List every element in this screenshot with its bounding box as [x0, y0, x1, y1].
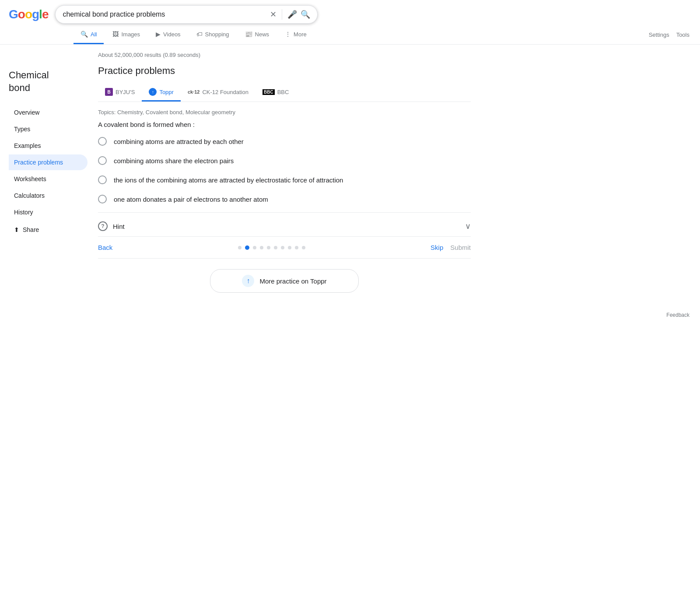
dot-6: [274, 246, 277, 249]
search-submit-icon[interactable]: 🔍: [301, 10, 310, 19]
answer-text-b: combining atoms share the electron pairs: [114, 157, 234, 165]
source-tab-toppr[interactable]: ↑ Toppr: [142, 84, 181, 102]
tab-all-label: All: [91, 31, 97, 38]
dot-5: [267, 246, 270, 249]
answer-text-d: one atom donates a pair of electrons to …: [114, 196, 268, 203]
more-practice-section: ↑ More practice on Toppr: [98, 269, 471, 293]
images-icon: 🖼: [112, 31, 119, 38]
hint-left: ? Hint: [98, 221, 125, 231]
bbc-icon: BBC: [262, 89, 275, 95]
hint-question-icon: ?: [98, 221, 108, 231]
tab-shopping-label: Shopping: [205, 31, 229, 38]
submit-button: Submit: [450, 244, 471, 251]
back-button[interactable]: Back: [98, 244, 112, 251]
videos-icon: ▶: [156, 31, 161, 38]
sidebar-item-practice-problems[interactable]: Practice problems: [9, 154, 88, 170]
more-dots-icon: ⋮: [285, 31, 291, 38]
sidebar-item-examples[interactable]: Examples: [9, 138, 88, 154]
tab-more-label: More: [294, 31, 307, 38]
answer-options: combining atoms are attracted by each ot…: [98, 135, 471, 205]
answer-text-c: the ions of the combining atoms are attr…: [114, 176, 343, 184]
sidebar-item-calculators[interactable]: Calculators: [9, 188, 88, 203]
tab-more[interactable]: ⋮ More: [278, 25, 314, 44]
results-count: About 52,000,000 results (0.89 seconds): [98, 52, 471, 58]
tab-all[interactable]: 🔍 All: [74, 25, 104, 44]
nav-tabs: 🔍 All 🖼 Images ▶ Videos 🏷 Shopping 📰 New…: [0, 25, 700, 45]
dot-4: [260, 246, 263, 249]
toppr-button-icon: ↑: [242, 275, 254, 287]
divider-above-hint: [98, 212, 471, 213]
section-title: Practice problems: [98, 65, 471, 77]
source-tab-bbc[interactable]: BBC BBC: [256, 84, 296, 101]
dot-9: [295, 246, 298, 249]
all-icon: 🔍: [80, 31, 88, 38]
answer-text-a: combining atoms are attracted by each ot…: [114, 138, 244, 145]
more-practice-button[interactable]: ↑ More practice on Toppr: [210, 269, 359, 293]
google-logo[interactable]: Google: [9, 7, 48, 21]
question-prompt: A covalent bond is formed when :: [98, 121, 471, 128]
source-tab-ck12[interactable]: ck·12 CK-12 Foundation: [181, 84, 256, 101]
news-icon: 📰: [245, 31, 252, 38]
toppr-icon: ↑: [149, 88, 157, 96]
hint-label: Hint: [113, 223, 125, 230]
tab-images-label: Images: [121, 31, 140, 38]
header: Google ✕ 🎤 🔍: [0, 0, 700, 24]
clear-icon[interactable]: ✕: [270, 10, 276, 19]
dot-3: [253, 246, 256, 249]
tab-shopping[interactable]: 🏷 Shopping: [189, 25, 236, 44]
search-bar[interactable]: ✕ 🎤 🔍: [55, 5, 318, 24]
search-input[interactable]: [63, 11, 266, 18]
sidebar-share[interactable]: ⬆ Share: [9, 222, 88, 238]
tools-link[interactable]: Tools: [676, 32, 690, 38]
skip-button[interactable]: Skip: [430, 244, 443, 251]
sidebar-item-types[interactable]: Types: [9, 121, 88, 137]
settings-link[interactable]: Settings: [649, 32, 669, 38]
ck12-icon: ck·12: [188, 89, 200, 95]
feedback-bar: Feedback: [0, 307, 700, 323]
topics: Topics: Chemistry, Covalent bond, Molecu…: [98, 109, 471, 116]
dot-7: [281, 246, 284, 249]
source-tab-byjus[interactable]: B BYJU'S: [98, 84, 142, 102]
more-practice-label: More practice on Toppr: [259, 277, 326, 285]
hint-row[interactable]: ? Hint ∨: [98, 216, 471, 237]
sidebar-item-overview[interactable]: Overview: [9, 105, 88, 120]
sidebar-item-worksheets[interactable]: Worksheets: [9, 171, 88, 187]
tab-news[interactable]: 📰 News: [238, 25, 276, 44]
radio-c[interactable]: [98, 175, 107, 184]
feedback-link[interactable]: Feedback: [666, 312, 690, 318]
dot-10: [302, 246, 305, 249]
source-tabs: B BYJU'S ↑ Toppr ck·12 CK-12 Foundation …: [98, 84, 471, 102]
main-content: About 52,000,000 results (0.89 seconds) …: [88, 52, 481, 307]
answer-option-d[interactable]: one atom donates a pair of electrons to …: [98, 193, 471, 205]
byjus-icon: B: [105, 88, 113, 96]
dot-8: [288, 246, 291, 249]
radio-b[interactable]: [98, 156, 107, 165]
sidebar-item-history[interactable]: History: [9, 204, 88, 220]
answer-option-a[interactable]: combining atoms are attracted by each ot…: [98, 135, 471, 147]
tab-videos-label: Videos: [163, 31, 181, 38]
sidebar: Chemical bond Overview Types Examples Pr…: [9, 52, 88, 307]
shopping-icon: 🏷: [196, 31, 203, 38]
search-divider: [282, 9, 282, 20]
microphone-icon[interactable]: 🎤: [287, 10, 297, 19]
dot-2: [245, 245, 249, 250]
tab-images[interactable]: 🖼 Images: [105, 25, 147, 44]
navigation-row: Back Skip Submit: [98, 237, 471, 259]
content-area: Chemical bond Overview Types Examples Pr…: [0, 45, 700, 307]
nav-settings: Settings Tools: [649, 32, 700, 38]
answer-option-c[interactable]: the ions of the combining atoms are attr…: [98, 174, 471, 186]
radio-a[interactable]: [98, 137, 107, 146]
chevron-down-icon[interactable]: ∨: [465, 221, 471, 231]
nav-right-actions: Skip Submit: [430, 244, 471, 251]
tab-news-label: News: [255, 31, 270, 38]
radio-d[interactable]: [98, 195, 107, 203]
answer-option-b[interactable]: combining atoms share the electron pairs: [98, 154, 471, 167]
share-icon: ⬆: [14, 226, 19, 233]
dot-1: [238, 246, 242, 249]
sidebar-topic-title: Chemical bond: [9, 69, 88, 94]
tab-videos[interactable]: ▶ Videos: [149, 25, 188, 44]
progress-dots: [238, 245, 305, 250]
